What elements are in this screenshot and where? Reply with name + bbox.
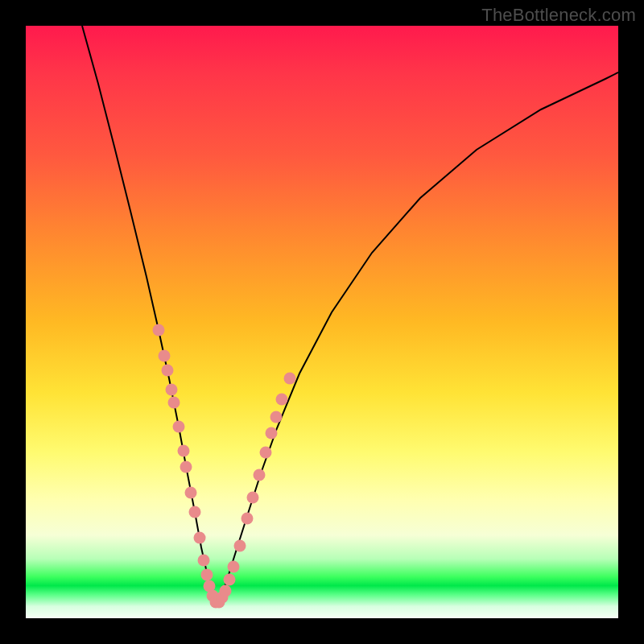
- bottleneck-curve: [82, 26, 618, 604]
- data-dot: [242, 513, 254, 525]
- data-dot: [194, 532, 206, 544]
- data-dot: [228, 561, 240, 573]
- data-dot: [166, 384, 178, 396]
- data-dot: [189, 506, 201, 518]
- data-dot: [254, 469, 266, 481]
- data-dot: [159, 350, 171, 362]
- dot-layer: [153, 324, 296, 609]
- data-dot: [234, 540, 246, 552]
- data-dot: [173, 421, 185, 433]
- chart-overlay: [26, 26, 618, 618]
- data-dot: [168, 397, 180, 409]
- chart-frame: TheBottleneck.com: [0, 0, 644, 644]
- data-dot: [260, 447, 272, 459]
- data-dot: [178, 445, 190, 457]
- data-dot: [270, 411, 283, 423]
- data-dot: [284, 373, 296, 385]
- data-dot: [276, 394, 288, 406]
- data-dot: [201, 569, 213, 581]
- data-dot: [153, 324, 165, 336]
- watermark-text: TheBottleneck.com: [481, 5, 636, 26]
- data-dot: [162, 365, 174, 377]
- data-dot: [224, 574, 236, 586]
- data-dot: [198, 555, 210, 567]
- plot-area: [26, 26, 618, 618]
- data-dot: [220, 585, 232, 597]
- data-dot: [247, 492, 259, 504]
- data-dot: [185, 487, 197, 499]
- data-dot: [180, 461, 192, 473]
- data-dot: [266, 427, 278, 440]
